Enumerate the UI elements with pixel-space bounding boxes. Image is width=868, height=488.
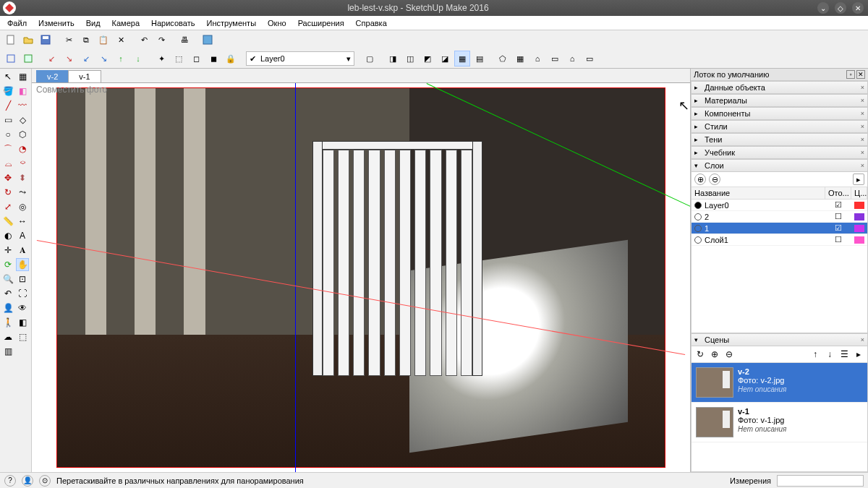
dimension-tool-icon[interactable]: ↔ — [16, 215, 29, 228]
scene-update-button[interactable]: ↻ — [694, 348, 706, 360]
camera-back-icon[interactable]: ⌂ — [564, 51, 580, 67]
save-icon[interactable] — [38, 32, 54, 48]
layer-visible-checkbox[interactable]: ☑ — [825, 200, 851, 210]
menu-tools[interactable]: Инструменты — [202, 17, 260, 29]
panel-materials[interactable]: ▸Материалы× — [691, 94, 868, 107]
zoom-window-tool-icon[interactable]: ⊡ — [16, 273, 29, 286]
view-wire-icon[interactable]: ◫ — [402, 51, 418, 67]
scene-item[interactable]: v-1 Фото: v-1.jpg Нет описания — [692, 403, 867, 442]
rotated-rect-tool-icon[interactable]: ◇ — [16, 114, 29, 127]
make-component-icon[interactable] — [3, 51, 19, 67]
flip-down-icon[interactable]: ↓ — [130, 51, 146, 67]
layer-row[interactable]: 2 ☐ — [692, 211, 867, 223]
tape-tool-icon[interactable]: 📏 — [1, 215, 14, 228]
rotate-tool-icon[interactable]: ↻ — [1, 186, 14, 199]
flip-back-icon[interactable]: ↘ — [95, 51, 111, 67]
camera-left-icon[interactable]: ▭ — [582, 51, 597, 67]
position-camera-icon[interactable]: 👤 — [1, 301, 14, 314]
new-file-icon[interactable] — [3, 32, 19, 48]
menu-view[interactable]: Вид — [82, 17, 105, 29]
scale-tool-icon[interactable]: ⤢ — [1, 200, 14, 213]
layout-icon[interactable]: ▥ — [1, 345, 14, 358]
circle-tool-icon[interactable]: ○ — [1, 128, 14, 141]
panel-layers[interactable]: ▾Слои× — [691, 159, 868, 172]
view-iso-icon[interactable]: ◨ — [385, 51, 401, 67]
cut-icon[interactable]: ✂ — [61, 32, 77, 48]
menu-file[interactable]: Файл — [3, 17, 31, 29]
section-tool-icon[interactable]: ◧ — [16, 316, 29, 329]
explode-icon[interactable]: ✦ — [153, 51, 169, 67]
look-around-icon[interactable]: 👁 — [16, 301, 29, 314]
menu-camera[interactable]: Камера — [108, 17, 144, 29]
view-hidden-icon[interactable]: ◩ — [420, 51, 435, 67]
followme-tool-icon[interactable]: ⤳ — [16, 186, 29, 199]
panel-entity-info[interactable]: ▸Данные объекта× — [691, 81, 868, 94]
maximize-button[interactable]: ◇ — [835, 2, 846, 14]
model-info-icon[interactable] — [200, 32, 216, 48]
view-textured-icon[interactable]: ▦ — [454, 51, 470, 67]
flip-front-icon[interactable]: ↙ — [78, 51, 94, 67]
tray-header[interactable]: Лоток по умолчанию ▫✕ — [691, 69, 868, 81]
layer-row[interactable]: Слой1 ☐ — [692, 234, 867, 246]
scene-detail-button[interactable]: ▸ — [853, 348, 864, 360]
camera-top-icon[interactable]: ▦ — [512, 51, 528, 67]
menu-draw[interactable]: Нарисовать — [147, 17, 199, 29]
menu-extensions[interactable]: Расширения — [294, 17, 349, 29]
zoom-tool-icon[interactable]: 🔍 — [1, 273, 14, 286]
pie-tool-icon[interactable]: ◔ — [16, 142, 29, 155]
menu-window[interactable]: Окно — [263, 17, 291, 29]
lock-icon[interactable]: 🔒 — [223, 51, 239, 67]
close-button[interactable]: ✕ — [852, 2, 864, 14]
layer-color-swatch[interactable] — [854, 202, 864, 209]
panel-scenes[interactable]: ▾Сцены× — [691, 333, 868, 346]
layer-row[interactable]: Layer0 ☑ — [692, 200, 867, 211]
freehand-tool-icon[interactable]: 〰 — [16, 99, 29, 112]
layer-dropdown[interactable]: ✔Layer0 ▾ — [246, 51, 354, 66]
hide-icon[interactable]: ◻ — [188, 51, 204, 67]
zoom-extents-icon[interactable]: ⛶ — [16, 287, 29, 300]
scene-down-button[interactable]: ↓ — [824, 348, 835, 360]
select-tool-icon[interactable]: ↖ — [1, 70, 14, 83]
unhide-icon[interactable]: ◼ — [205, 51, 221, 67]
3dtext-tool-icon[interactable]: 𝐀 — [16, 244, 29, 257]
scene-tab-v2[interactable]: v-2 — [36, 70, 69, 82]
view-shaded-icon[interactable]: ◪ — [437, 51, 453, 67]
paste-icon[interactable]: 📋 — [95, 32, 111, 48]
view-mono-icon[interactable]: ▤ — [472, 51, 488, 67]
rectangle-tool-icon[interactable]: ▭ — [1, 114, 14, 127]
layer-color-swatch[interactable] — [854, 225, 864, 232]
menu-help[interactable]: Справка — [352, 17, 391, 29]
arc-tool-icon[interactable]: ⌒ — [1, 142, 14, 155]
move-tool-icon[interactable]: ✥ — [1, 171, 14, 184]
scene-tab-v1[interactable]: v-1 — [68, 70, 101, 82]
redo-icon[interactable]: ↷ — [153, 32, 169, 48]
layer-visible-checkbox[interactable]: ☐ — [825, 235, 851, 244]
layer-current-radio[interactable] — [694, 225, 702, 232]
credits-icon[interactable]: ⊙ — [39, 475, 51, 487]
2pt-arc-tool-icon[interactable]: ⌓ — [1, 157, 14, 170]
layer-visible-checkbox[interactable]: ☐ — [825, 212, 851, 221]
viewport[interactable]: Совместить фото ↖ — [32, 83, 690, 472]
copy-icon[interactable]: ⧉ — [78, 32, 94, 48]
component-tool-icon[interactable]: ▦ — [16, 70, 29, 83]
eraser-tool-icon[interactable]: ◧ — [16, 85, 29, 98]
scene-remove-button[interactable]: ⊖ — [723, 348, 735, 360]
offset-tool-icon[interactable]: ◎ — [16, 200, 29, 213]
panel-components[interactable]: ▸Компоненты× — [691, 107, 868, 120]
panel-instructor[interactable]: ▸Учебник× — [691, 146, 868, 159]
make-group-icon[interactable] — [20, 51, 36, 67]
layer-current-radio[interactable] — [694, 213, 702, 221]
open-file-icon[interactable] — [20, 32, 36, 48]
geolocation-icon[interactable]: 👤 — [22, 475, 33, 487]
camera-iso-icon[interactable]: ⬠ — [495, 51, 511, 67]
camera-right-icon[interactable]: ▭ — [547, 51, 563, 67]
flip-right-icon[interactable]: ↘ — [61, 51, 77, 67]
tray-pin-icon[interactable]: ▫ — [846, 70, 855, 79]
style-shaded-icon[interactable]: ▢ — [362, 51, 378, 67]
remove-layer-button[interactable]: ⊖ — [709, 174, 720, 185]
layer-row[interactable]: 1 ☑ — [692, 223, 867, 234]
extension-icon[interactable]: ⬚ — [16, 330, 29, 343]
orbit-tool-icon[interactable]: ⟳ — [1, 258, 14, 271]
scene-item[interactable]: v-2 Фото: v-2.jpg Нет описания — [692, 363, 867, 403]
panel-styles[interactable]: ▸Стили× — [691, 120, 868, 133]
